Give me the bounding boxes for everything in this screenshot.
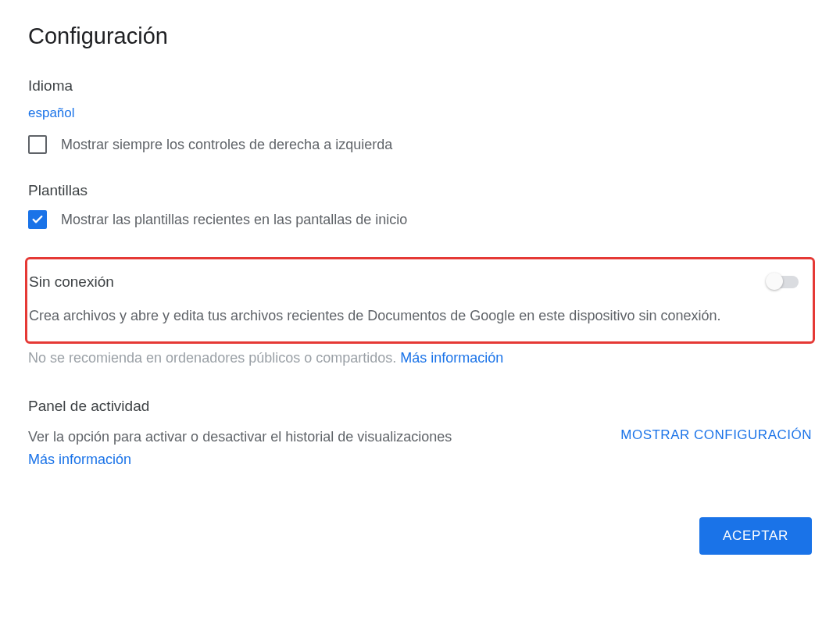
activity-text-block: Ver la opción para activar o desactivar …: [28, 426, 605, 471]
rtl-checkbox-row: Mostrar siempre los controles de derecha…: [28, 135, 812, 154]
page-title: Configuración: [28, 23, 812, 49]
language-select-link[interactable]: español: [28, 105, 75, 120]
rtl-checkbox-label: Mostrar siempre los controles de derecha…: [61, 137, 392, 153]
activity-description: Ver la opción para activar o desactivar …: [28, 429, 452, 445]
section-activity: Panel de actividad Ver la opción para ac…: [28, 398, 812, 471]
section-templates: Plantillas Mostrar las plantillas recien…: [28, 182, 812, 229]
offline-description: Crea archivos y abre y edita tus archivo…: [29, 305, 811, 327]
offline-heading: Sin conexión: [29, 273, 114, 291]
accept-button[interactable]: ACEPTAR: [699, 517, 812, 555]
rtl-checkbox[interactable]: [28, 135, 47, 154]
toggle-knob-icon: [766, 273, 783, 290]
templates-checkbox-label: Mostrar las plantillas recientes en las …: [61, 212, 407, 228]
language-heading: Idioma: [28, 77, 812, 95]
activity-more-info-link[interactable]: Más información: [28, 452, 131, 467]
section-language: Idioma español Mostrar siempre los contr…: [28, 77, 812, 154]
templates-checkbox-row: Mostrar las plantillas recientes en las …: [28, 210, 812, 229]
offline-warning: No se recomienda en ordenadores públicos…: [28, 350, 812, 366]
dialog-footer: ACEPTAR: [28, 517, 812, 555]
offline-toggle[interactable]: [767, 276, 799, 288]
show-config-button[interactable]: MOSTRAR CONFIGURACIÓN: [620, 426, 812, 443]
templates-heading: Plantillas: [28, 182, 812, 199]
templates-checkbox[interactable]: [28, 210, 47, 229]
offline-warning-text: No se recomienda en ordenadores públicos…: [28, 350, 400, 366]
section-offline-highlight: Sin conexión Crea archivos y abre y edit…: [25, 257, 815, 344]
offline-more-info-link[interactable]: Más información: [400, 350, 503, 366]
check-icon: [31, 213, 44, 226]
activity-heading: Panel de actividad: [28, 398, 812, 415]
